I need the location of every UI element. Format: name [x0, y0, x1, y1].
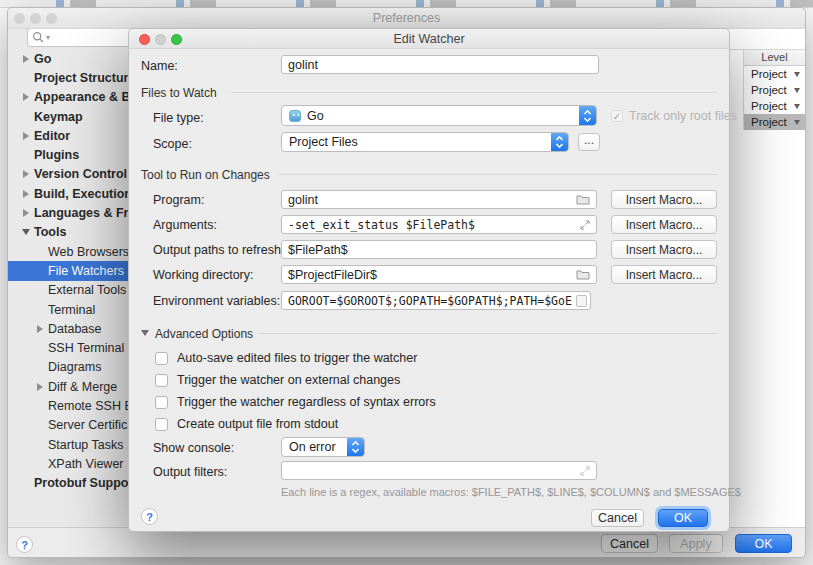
collapse-triangle-icon[interactable] [141, 330, 149, 336]
search-icon [32, 31, 45, 44]
expand-icon[interactable] [580, 220, 590, 230]
dropdown-stepper-icon[interactable] [579, 106, 596, 125]
chevron-right-icon[interactable] [18, 132, 34, 140]
folder-icon[interactable] [576, 269, 590, 280]
close-icon[interactable] [14, 13, 25, 24]
advanced-options-section[interactable]: Advanced Options [155, 327, 253, 341]
file-type-label: File type: [153, 111, 204, 125]
chevron-down-icon[interactable] [794, 88, 800, 93]
create-output-file-checkbox[interactable] [155, 418, 168, 431]
chevron-right-icon[interactable] [18, 190, 34, 198]
chevron-right-icon[interactable] [32, 325, 48, 333]
dialog-title: Edit Watcher [129, 29, 729, 49]
ok-button[interactable]: OK [735, 534, 792, 553]
level-row-selected[interactable]: Project [744, 114, 805, 130]
chevron-right-icon[interactable] [32, 383, 48, 391]
trigger-syntax-errors-label: Trigger the watcher regardless of syntax… [177, 395, 436, 409]
chevron-down-icon[interactable] [18, 229, 34, 235]
auto-save-label: Auto-save edited files to trigger the wa… [177, 351, 417, 365]
insert-macro-button[interactable]: Insert Macro... [611, 215, 717, 234]
chevron-down-icon[interactable] [794, 120, 800, 125]
show-console-dropdown[interactable]: On error [281, 437, 365, 457]
program-label: Program: [153, 193, 204, 207]
ok-button[interactable]: OK [658, 509, 708, 527]
working-directory-label: Working directory: [153, 268, 254, 282]
folder-icon[interactable] [576, 194, 590, 205]
browse-icon[interactable] [576, 295, 587, 307]
environment-variables-label: Environment variables: [153, 294, 280, 308]
help-button[interactable]: ? [16, 536, 33, 553]
trigger-external-checkbox[interactable] [155, 374, 168, 387]
output-paths-label: Output paths to refresh: [153, 243, 284, 257]
output-filters-input[interactable] [281, 461, 597, 480]
arguments-input[interactable]: -set_exit_status $FilePath$ [281, 215, 597, 234]
scope-dropdown[interactable]: Project Files [281, 132, 569, 152]
dropdown-stepper-icon[interactable] [347, 438, 364, 456]
track-only-root-files-checkbox: ✓ Track only root files [611, 109, 737, 123]
apply-button[interactable]: Apply [669, 534, 723, 553]
file-type-dropdown[interactable]: Go [281, 105, 597, 126]
cancel-button[interactable]: Cancel [601, 534, 658, 553]
name-input[interactable]: golint [281, 55, 599, 74]
insert-macro-button[interactable]: Insert Macro... [611, 240, 717, 259]
level-row[interactable]: Project [744, 82, 805, 98]
working-directory-input[interactable]: $ProjectFileDir$ [281, 265, 597, 284]
insert-macro-button[interactable]: Insert Macro... [611, 190, 717, 209]
check-icon: ✓ [611, 110, 623, 122]
level-row[interactable]: Project [744, 66, 805, 82]
minimize-icon[interactable] [30, 13, 41, 24]
output-paths-input[interactable]: $FilePath$ [281, 240, 597, 259]
trigger-syntax-errors-checkbox[interactable] [155, 396, 168, 409]
files-to-watch-section: Files to Watch [141, 86, 217, 100]
program-input[interactable]: golint [281, 190, 597, 209]
insert-macro-button[interactable]: Insert Macro... [611, 265, 717, 284]
auto-save-checkbox[interactable] [155, 352, 168, 365]
chevron-right-icon[interactable] [18, 93, 34, 101]
trigger-external-label: Trigger the watcher on external changes [177, 373, 400, 387]
level-row[interactable]: Project [744, 98, 805, 114]
chevron-down-icon[interactable] [794, 104, 800, 109]
level-column: Level Project Project Project Project [743, 50, 805, 130]
arguments-label: Arguments: [153, 218, 217, 232]
name-label: Name: [141, 59, 178, 73]
cancel-button[interactable]: Cancel [591, 509, 644, 527]
close-icon[interactable] [139, 34, 150, 45]
chevron-down-icon: ▾ [46, 33, 50, 42]
dropdown-stepper-icon[interactable] [551, 133, 568, 151]
zoom-icon[interactable] [171, 34, 182, 45]
help-button[interactable]: ? [141, 508, 158, 525]
chevron-right-icon[interactable] [18, 170, 34, 178]
minimize-icon [155, 34, 166, 45]
create-output-file-label: Create output file from stdout [177, 417, 338, 431]
go-filetype-icon [289, 110, 301, 122]
zoom-icon[interactable] [46, 13, 57, 24]
chevron-right-icon[interactable] [18, 209, 34, 217]
edit-watcher-dialog: Edit Watcher Name: golint Files to Watch… [128, 28, 730, 532]
level-column-header: Level [744, 50, 805, 66]
expand-icon[interactable] [580, 466, 590, 476]
scope-label: Scope: [153, 137, 192, 151]
show-console-label: Show console: [153, 441, 234, 455]
chevron-right-icon[interactable] [18, 55, 34, 63]
output-filters-label: Output filters: [153, 465, 227, 479]
tool-section: Tool to Run on Changes [141, 168, 270, 182]
environment-variables-input[interactable]: GOROOT=$GOROOT$;GOPATH=$GOPATH$;PATH=$Go… [281, 291, 591, 310]
scope-browse-button[interactable]: ... [578, 133, 600, 151]
window-title: Preferences [8, 8, 805, 29]
regex-hint: Each line is a regex, available macros: … [281, 486, 741, 498]
chevron-down-icon[interactable] [794, 72, 800, 77]
